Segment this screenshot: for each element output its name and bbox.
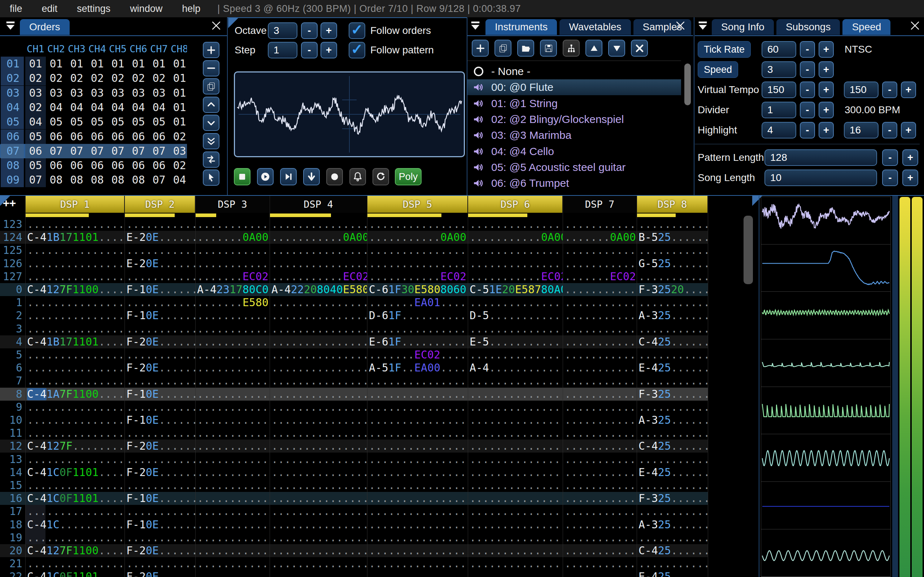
speed-button[interactable]: Speed (698, 61, 738, 78)
pattern-cell[interactable]: ............... (468, 257, 563, 270)
pattern-cell[interactable]: C-41B171101.... (25, 231, 124, 244)
pattern-cell[interactable]: ............... (468, 414, 563, 427)
order-cell[interactable]: 04 (66, 100, 87, 115)
pattern-cell[interactable]: ........... (637, 505, 708, 518)
order-row-number[interactable]: 01 (1, 56, 24, 71)
order-cell[interactable]: 04 (108, 100, 128, 115)
pattern-cell[interactable]: ........... (195, 453, 270, 466)
channel-header-2[interactable]: DSP 2 (125, 196, 195, 213)
channel-header-5[interactable]: DSP 5 (367, 196, 467, 213)
pattern-cell[interactable]: ........... (195, 544, 270, 557)
order-cell[interactable]: 06 (25, 144, 46, 158)
pattern-cell[interactable]: ........... (637, 531, 708, 544)
pattern-cell[interactable]: ........... (195, 466, 270, 479)
pattern-cell[interactable]: ........... (195, 570, 270, 577)
divider-increment-button[interactable]: + (819, 102, 834, 118)
pattern-cell[interactable]: ........... (195, 492, 270, 505)
pattern-cell[interactable]: C-51E20E58780A0 (468, 283, 563, 296)
pattern-cell[interactable]: ........... (563, 466, 637, 479)
pattern-cell[interactable]: ........... (124, 531, 195, 544)
pattern-cell[interactable]: D-5............ (468, 309, 563, 322)
pattern-cell[interactable]: ........... (195, 244, 270, 257)
pattern-cell[interactable]: ........... (195, 374, 270, 387)
highlight-second-input[interactable]: 16 (844, 122, 879, 139)
menu-item-help[interactable]: help (172, 0, 210, 17)
pattern-cell[interactable]: ............... (367, 401, 468, 414)
order-cell[interactable]: 03 (87, 86, 108, 100)
instrument-item[interactable]: 01: @1 String (467, 95, 681, 111)
pattern-cell[interactable]: G-525...... (637, 257, 708, 270)
instrument-add-button[interactable] (472, 40, 489, 56)
pattern-cell[interactable]: ............... (270, 544, 367, 557)
order-cell[interactable]: 08 (87, 173, 108, 187)
pattern-cell[interactable]: E-425...... (637, 361, 708, 374)
order-cell[interactable]: 04 (149, 100, 169, 115)
pattern-cell[interactable]: ............... (367, 479, 468, 492)
pattern-cell[interactable]: ............... (367, 388, 468, 401)
pattern-cell[interactable]: ........... (563, 309, 637, 322)
pattern-cell[interactable]: D-61F.......... (367, 309, 468, 322)
order-cell[interactable]: 02 (46, 71, 66, 85)
virtual-tempo-denominator-input[interactable]: 150 (844, 82, 879, 98)
pattern-cell[interactable]: C-41A7F1100.... (25, 388, 124, 401)
order-cell[interactable]: 02 (87, 71, 108, 85)
menu-item-file[interactable]: file (0, 0, 32, 17)
pattern-cell[interactable]: C-4127F........ (25, 440, 124, 453)
pattern-cell[interactable]: ........... (563, 531, 637, 544)
pattern-cell[interactable]: ........... (563, 388, 637, 401)
orders-close-icon[interactable] (210, 19, 223, 32)
orders-duplicate-button[interactable] (203, 78, 220, 95)
order-cell[interactable]: 02 (25, 100, 46, 115)
pattern-cell[interactable]: ........... (195, 505, 270, 518)
pattern-cell[interactable]: ............... (367, 466, 468, 479)
channel-header-6[interactable]: DSP 6 (468, 196, 562, 213)
pattern-cell[interactable]: F-325...... (637, 492, 708, 505)
pattern-cell[interactable]: A-325...... (637, 518, 708, 531)
order-cell[interactable]: 02 (66, 71, 87, 85)
order-cell[interactable]: 03 (169, 144, 187, 158)
order-cell[interactable]: 08 (46, 173, 66, 187)
pattern-cell[interactable]: ...........EC02 (367, 270, 468, 283)
pattern-cell[interactable]: C-425...... (637, 440, 708, 453)
tab-subsongs[interactable]: Subsongs (776, 19, 840, 35)
order-cell[interactable]: 02 (108, 71, 128, 85)
pattern-cell[interactable]: ........... (124, 401, 195, 414)
menu-item-edit[interactable]: edit (32, 0, 68, 17)
instrument-item[interactable]: 06: @6 Trumpet (467, 175, 681, 191)
pattern-cell[interactable]: ............... (270, 335, 367, 348)
pattern-cell[interactable]: ............... (270, 309, 367, 322)
order-row-number[interactable]: 07 (1, 144, 24, 158)
pattern-cell[interactable]: ............... (468, 570, 563, 577)
pattern-cell[interactable]: ........... (124, 322, 195, 335)
pattern-cell[interactable]: ............... (270, 296, 367, 309)
pattern-cell[interactable]: ............... (468, 348, 563, 361)
pattern-cell[interactable]: ........... (124, 348, 195, 361)
order-cell[interactable]: 06 (149, 129, 169, 144)
pattern-cell[interactable]: ............... (270, 427, 367, 440)
pattern-cell[interactable]: F-10E...... (124, 518, 195, 531)
order-cell[interactable]: 05 (66, 115, 87, 129)
record-button[interactable] (326, 168, 343, 185)
pattern-cell[interactable]: F-325...... (637, 388, 708, 401)
order-cell[interactable]: 06 (87, 129, 108, 144)
order-cell[interactable]: 08 (128, 173, 149, 187)
tick-rate-decrement-button[interactable]: - (800, 41, 815, 58)
tab-orders[interactable]: Orders (20, 19, 69, 35)
pattern-cell[interactable]: ............... (468, 466, 563, 479)
pattern-cell[interactable]: F-20E...... (124, 570, 195, 577)
play-button[interactable] (257, 168, 274, 185)
pattern-cell[interactable]: ...........0A00 (468, 231, 563, 244)
order-cell[interactable]: 01 (128, 56, 149, 71)
highlight-second-decrement[interactable]: - (882, 122, 897, 139)
order-row-number[interactable]: 08 (1, 158, 24, 173)
pattern-cell[interactable]: ............... (468, 479, 563, 492)
pattern-cell[interactable]: C-4127F1100.... (25, 283, 124, 296)
pattern-cell[interactable]: ........... (195, 257, 270, 270)
pattern-cell[interactable]: ........... (195, 531, 270, 544)
pattern-cell[interactable]: ............... (468, 492, 563, 505)
pattern-cell[interactable]: ............... (270, 361, 367, 374)
pattern-cell[interactable]: F-20E...... (124, 466, 195, 479)
order-cell[interactable]: 05 (87, 115, 108, 129)
metronome-button[interactable] (349, 168, 366, 185)
pattern-cell[interactable]: ............... (367, 218, 468, 231)
